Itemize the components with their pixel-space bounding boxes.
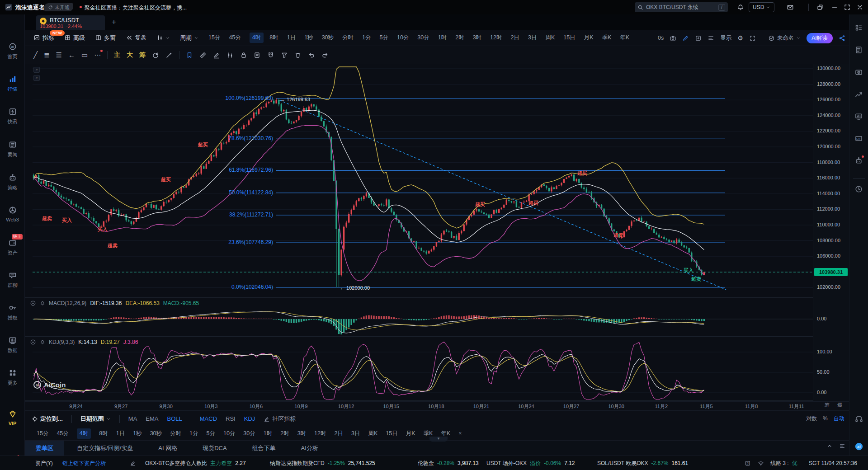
pane-separator[interactable] — [25, 400, 813, 401]
status-question-icon[interactable]: ? — [745, 456, 751, 470]
bottom-timeframe-1秒[interactable]: 1秒 — [133, 430, 142, 437]
draw-tool-magnet-icon[interactable] — [267, 52, 274, 59]
rail-panels-icon[interactable] — [854, 24, 863, 32]
timeframe-1分[interactable]: 1分 — [362, 34, 371, 42]
draw-tool-trend-line[interactable]: ╱ — [33, 51, 38, 59]
collapse-kdj-icon[interactable] — [30, 339, 36, 345]
minimize-icon[interactable] — [831, 4, 838, 11]
kdj-pane[interactable] — [33, 337, 813, 400]
layout-name[interactable]: 未命名 — [768, 34, 801, 42]
notifications-icon[interactable] — [737, 4, 744, 11]
scale-option-对数[interactable]: 对数 — [806, 415, 817, 423]
sidebar-item-data[interactable]: 数据 — [0, 335, 25, 354]
bottom-timeframe-15分[interactable]: 15分 — [37, 430, 48, 437]
search-input[interactable]: OKX BTC/USDT 永续 / — [635, 2, 728, 12]
rail-robot-icon[interactable] — [854, 156, 863, 165]
network-line-status[interactable]: 线路 3 :优 — [770, 456, 797, 470]
draw-tool-filter-icon[interactable] — [281, 52, 288, 59]
bottom-tab-委单区[interactable]: 委单区 — [25, 441, 64, 456]
sidebar-item-more[interactable]: 更多 — [0, 368, 25, 386]
timeframe-30秒[interactable]: 30秒 — [322, 34, 334, 42]
timeframe-45分[interactable]: 45分 — [229, 34, 241, 42]
indicator-list[interactable] — [708, 35, 714, 42]
rail-aicoinround-icon[interactable]: ai — [854, 442, 863, 451]
status-segment[interactable]: USDT 场外-OKX溢价-0.06%7.12 — [486, 456, 575, 470]
timeframe-2日[interactable]: 2日 — [511, 34, 519, 42]
rail-clockh-icon[interactable] — [854, 185, 863, 193]
draw-tool-horizontal-ray[interactable]: ← — [68, 51, 75, 59]
bottom-timeframe-月K[interactable]: 月K — [406, 430, 415, 437]
timeframe-周K[interactable]: 周K — [545, 34, 555, 42]
close-icon[interactable] — [856, 4, 863, 11]
timeframe-1秒[interactable]: 1秒 — [304, 34, 313, 42]
collapse-handle[interactable]: ▼ — [429, 437, 448, 442]
pane-separator[interactable] — [25, 336, 813, 337]
draw-tool-ruler-icon[interactable] — [199, 52, 207, 59]
collapse-macd-icon[interactable] — [30, 300, 36, 306]
bottom-timeframe-1时[interactable]: 1时 — [264, 430, 272, 437]
refresh-timer[interactable]: 0s — [658, 35, 664, 41]
bottom-tab-自定义指标/回测/实盘[interactable]: 自定义指标/回测/实盘 — [64, 441, 146, 456]
bottom-timeframe-分时[interactable]: 分时 — [170, 430, 181, 437]
timeframe-5分[interactable]: 5分 — [379, 34, 388, 42]
bottom-timeframe-1日[interactable]: 1日 — [116, 430, 125, 437]
bottom-timeframe-45分[interactable]: 45分 — [57, 430, 68, 437]
bottom-timeframe-12时[interactable]: 12时 — [314, 430, 326, 437]
sidebar-item-strategy[interactable]: 策略 — [0, 173, 25, 191]
status-edit-icon[interactable] — [130, 456, 136, 470]
draw-tool-bookmark-icon[interactable] — [186, 52, 193, 59]
bottom-timeframe-季K[interactable]: 季K — [424, 430, 433, 437]
candlestick-chart[interactable]: ← 126199.63← 102000.00 — [33, 64, 813, 297]
sidebar-item-web3[interactable]: Web3 — [0, 205, 25, 222]
draw-tool-redo-icon[interactable] — [321, 52, 329, 59]
timeframe-30分[interactable]: 30分 — [417, 34, 429, 42]
draw-tool-main-toggle[interactable]: 主 — [114, 51, 120, 59]
sidebar-item-market[interactable]: 行情 — [0, 74, 25, 93]
macd-alert-icon[interactable] — [40, 301, 45, 306]
bottom-timeframe-30分[interactable]: 30分 — [243, 430, 255, 437]
popout-window-icon[interactable] — [816, 4, 824, 11]
rail-etf-icon[interactable]: ETF — [854, 134, 863, 143]
rail-headphone-icon[interactable] — [854, 414, 863, 423]
draw-tool-magic-wand-icon[interactable] — [165, 52, 173, 59]
symbol-tab[interactable]: ◆ BTC/USDT 103980.31 -2.44% — [36, 15, 105, 30]
draw-tool-refresh-icon[interactable] — [152, 52, 159, 59]
indicator-btn-EMA[interactable]: EMA — [146, 415, 158, 422]
draw-tool-brush-icon[interactable] — [213, 52, 220, 59]
time-axis[interactable]: 9月249月279月3010月310月610月910月1210月1510月181… — [25, 401, 849, 410]
bottom-menu-icon[interactable] — [839, 443, 845, 449]
expand-bottom-icon[interactable] — [826, 443, 833, 449]
bottom-timeframe-10分[interactable]: 10分 — [223, 430, 235, 437]
axis-toggle-筹[interactable]: 筹 — [825, 402, 830, 409]
kdj-alert-icon[interactable] — [40, 339, 45, 345]
draw-tool-notes-icon[interactable] — [254, 52, 261, 59]
indicator-btn-KDJ[interactable]: KDJ — [244, 415, 255, 422]
bottom-timeframe-3时[interactable]: 3时 — [297, 430, 306, 437]
sidebar-item-chat[interactable]: 群聊 — [0, 270, 25, 289]
status-wifi-icon[interactable] — [758, 456, 764, 470]
indicator-btn-定位到...[interactable]: 定位到... — [32, 415, 63, 423]
timeframe-4时[interactable]: 4时 — [250, 33, 264, 43]
messages-icon[interactable] — [787, 4, 794, 11]
indicator-btn-社区指标[interactable]: 社区指标 — [264, 415, 296, 423]
timeframe-2时[interactable]: 2时 — [455, 34, 464, 42]
draw-tool-rectangle[interactable]: ▭ — [81, 51, 88, 59]
currency-selector[interactable]: USD — [749, 2, 774, 12]
status-segment[interactable]: 纳斯达克指数期货CFD-1.25%25,741.525 — [270, 456, 375, 470]
tool-复盘[interactable]: 复盘 — [126, 34, 146, 42]
bottom-timeframe-8时[interactable]: 8时 — [99, 430, 108, 437]
status-segment[interactable]: 伦敦金-0.28%3,987.13 — [418, 456, 479, 470]
status-segment[interactable]: OKX-BTC多空持仓人数比主力看空2.27 — [145, 456, 246, 470]
draw-tool-undo-icon[interactable] — [308, 52, 315, 59]
membership-badge[interactable]: 未开通 — [44, 3, 73, 11]
status-segment[interactable]: 资产(¥) — [35, 456, 53, 470]
close-timeframe-bar-icon[interactable]: × — [458, 430, 462, 437]
draw-mode[interactable] — [682, 35, 689, 42]
timeframe-季K[interactable]: 季K — [602, 34, 612, 42]
screenshot[interactable] — [670, 35, 676, 42]
add-tab-button[interactable]: + — [112, 18, 116, 27]
kdj-title[interactable]: KDJ(9,3,3) — [49, 339, 75, 345]
sidebar-item-vip[interactable]: VIP — [0, 409, 25, 426]
indicator-btn-日期范围[interactable]: 日期范围 — [80, 415, 111, 423]
timeframe-10分[interactable]: 10分 — [397, 34, 409, 42]
